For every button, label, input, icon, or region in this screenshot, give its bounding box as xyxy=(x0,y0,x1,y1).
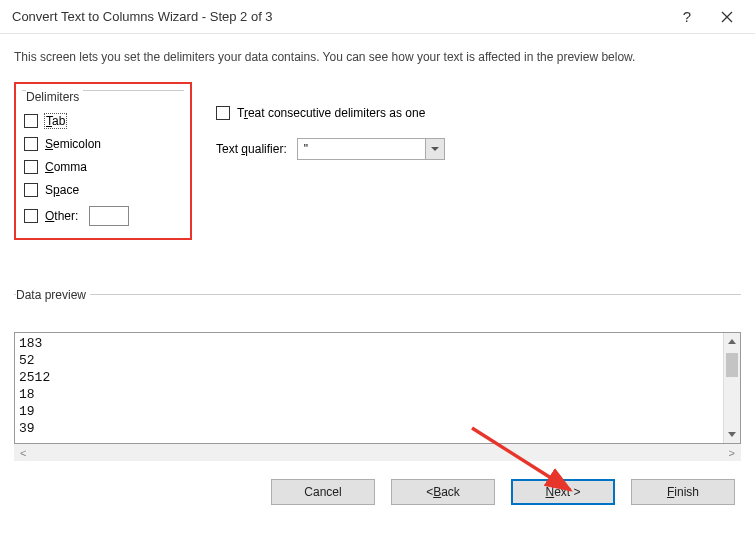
arrow-up-icon xyxy=(728,339,736,344)
scroll-right-button[interactable]: > xyxy=(729,447,735,459)
checkbox-space[interactable]: Sppaceace xyxy=(24,183,180,197)
scroll-down-button[interactable] xyxy=(724,426,740,443)
scroll-thumb[interactable] xyxy=(726,353,738,377)
checkbox-semicolon[interactable]: Semicolon xyxy=(24,137,180,151)
text-qualifier-combo[interactable]: " xyxy=(297,138,445,160)
other-delimiter-input[interactable] xyxy=(89,206,129,226)
delimiters-group: Delimiters Tab Semicolon Comma Sppaceace xyxy=(14,82,192,240)
checkbox-semicolon-label: Semicolon xyxy=(45,137,101,151)
checkbox-icon xyxy=(216,106,230,120)
checkbox-treat-consecutive[interactable]: Treat consecutive delimiters as onereat … xyxy=(216,106,445,120)
back-button[interactable]: < Back xyxy=(391,479,495,505)
data-preview-content: 183 52 2512 18 19 39 xyxy=(15,333,723,443)
checkbox-tab[interactable]: Tab xyxy=(24,114,180,128)
chevron-down-icon xyxy=(431,147,439,151)
treat-consecutive-label: Treat consecutive delimiters as onereat … xyxy=(237,106,425,120)
checkbox-comma[interactable]: Comma xyxy=(24,160,180,174)
close-icon xyxy=(721,11,733,23)
vertical-scrollbar[interactable] xyxy=(723,333,740,443)
checkbox-icon xyxy=(24,160,38,174)
text-qualifier-dropdown-button[interactable] xyxy=(425,138,445,160)
checkbox-icon xyxy=(24,137,38,151)
delimiters-legend: Delimiters xyxy=(26,90,83,104)
text-qualifier-value[interactable]: " xyxy=(297,138,425,160)
data-preview-group: Data preview 183 52 2512 18 19 39 < > xyxy=(14,288,741,461)
text-qualifier-label: Text qualifier: xyxy=(216,142,287,156)
close-button[interactable] xyxy=(707,2,747,32)
window-title: Convert Text to Columns Wizard - Step 2 … xyxy=(12,9,667,24)
scroll-left-button[interactable]: < xyxy=(20,447,26,459)
checkbox-comma-label: Comma xyxy=(45,160,87,174)
intro-text: This screen lets you set the delimiters … xyxy=(14,50,741,64)
scroll-up-button[interactable] xyxy=(724,333,740,350)
checkbox-icon xyxy=(24,209,38,223)
horizontal-scrollbar[interactable]: < > xyxy=(14,444,741,461)
checkbox-tab-label: Tab xyxy=(45,114,66,128)
checkbox-icon xyxy=(24,114,38,128)
cancel-button[interactable]: Cancel xyxy=(271,479,375,505)
data-preview-box: 183 52 2512 18 19 39 xyxy=(14,332,741,444)
arrow-down-icon xyxy=(728,432,736,437)
title-bar: Convert Text to Columns Wizard - Step 2 … xyxy=(0,0,755,34)
checkbox-other[interactable]: Other: xyxy=(24,206,180,226)
help-button[interactable]: ? xyxy=(667,2,707,32)
next-button[interactable]: Next > xyxy=(511,479,615,505)
finish-button[interactable]: Finish xyxy=(631,479,735,505)
checkbox-other-label: Other: xyxy=(45,209,78,223)
button-row: Cancel < Back Next > Finish xyxy=(14,479,741,505)
data-preview-legend: Data preview xyxy=(16,288,90,302)
checkbox-icon xyxy=(24,183,38,197)
checkbox-space-label: Sppaceace xyxy=(45,183,79,197)
